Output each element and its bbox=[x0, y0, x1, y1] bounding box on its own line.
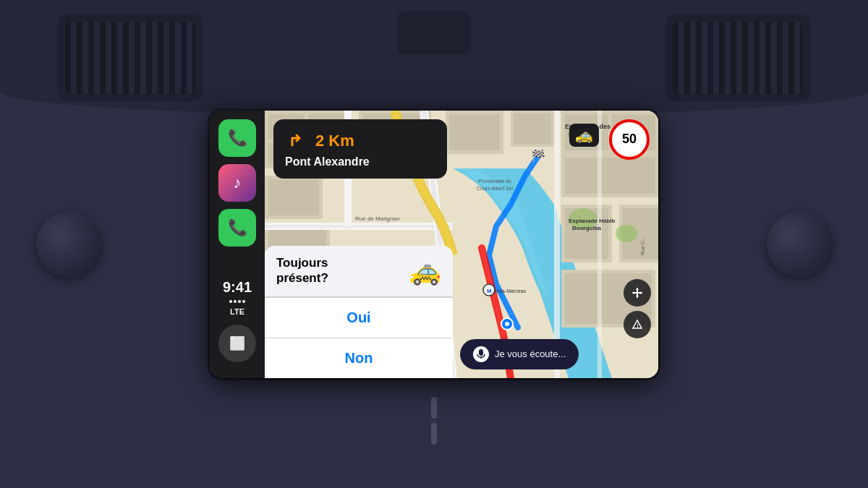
svg-text:Bourguiba: Bourguiba bbox=[572, 225, 602, 231]
knob-left bbox=[36, 212, 101, 277]
svg-rect-32 bbox=[597, 111, 602, 378]
svg-rect-7 bbox=[268, 179, 319, 215]
dialog-taxi-icon: 🚕 bbox=[409, 256, 441, 286]
svg-rect-31 bbox=[554, 111, 560, 378]
sidebar-app-music[interactable]: ♪ bbox=[218, 164, 256, 202]
knob-right bbox=[767, 212, 832, 277]
listen-label: Je vous écoute... bbox=[495, 348, 566, 359]
clock-time: 9:41 bbox=[223, 278, 252, 296]
scroll-indicator bbox=[431, 397, 437, 445]
vent-left bbox=[58, 14, 203, 101]
direction-row: 2 Km bbox=[285, 129, 435, 153]
svg-text:Promenade du: Promenade du bbox=[478, 179, 511, 184]
dialog-title: Toujoursprésent? bbox=[276, 256, 328, 286]
mic-icon bbox=[473, 346, 489, 362]
svg-text:Esplanade Habib: Esplanade Habib bbox=[569, 218, 616, 224]
svg-rect-21 bbox=[265, 225, 453, 228]
taxi-map-popup: 🚕 bbox=[569, 124, 599, 147]
svg-text:Alma-Marceau: Alma-Marceau bbox=[493, 288, 527, 294]
map-alert-button[interactable]: ! bbox=[624, 311, 651, 338]
btn-yes[interactable]: Oui bbox=[265, 297, 453, 338]
sidebar-app-phone[interactable]: 📞 bbox=[218, 209, 256, 247]
dialog-header: Toujoursprésent? 🚕 bbox=[265, 246, 453, 297]
speed-limit-value: 50 bbox=[622, 132, 637, 147]
sidebar-app-facetime[interactable]: 📞 bbox=[218, 119, 256, 157]
vent-right bbox=[665, 14, 810, 101]
svg-text:!: ! bbox=[637, 323, 639, 328]
navigation-card: 2 Km Pont Alexandre bbox=[273, 119, 447, 179]
map-area[interactable]: Rue de Marignan Promenade du Promenade d… bbox=[265, 111, 658, 378]
presence-dialog: Toujoursprésent? 🚕 Oui Non bbox=[265, 246, 453, 378]
home-button[interactable]: ⬜ bbox=[218, 325, 256, 362]
btn-no[interactable]: Non bbox=[265, 338, 453, 378]
svg-rect-15 bbox=[514, 114, 551, 144]
svg-point-30 bbox=[616, 225, 637, 242]
scroll-dot-2 bbox=[431, 423, 437, 445]
nav-distance: 2 Km bbox=[315, 132, 354, 150]
turn-right-icon bbox=[285, 129, 308, 153]
sidebar: 📞 ♪ 📞 9:41 LTE bbox=[210, 111, 265, 378]
scroll-dot-1 bbox=[431, 397, 437, 419]
speed-limit-sign: 50 bbox=[609, 119, 650, 160]
car-interior: 📞 ♪ 📞 9:41 LTE bbox=[0, 0, 868, 488]
svg-text:Cours Albert 1er: Cours Albert 1er bbox=[477, 186, 514, 191]
signal-indicator bbox=[229, 300, 245, 303]
svg-text:M: M bbox=[487, 288, 492, 294]
center-vent bbox=[398, 11, 470, 54]
svg-rect-19 bbox=[565, 158, 655, 194]
carplay-screen: 📞 ♪ 📞 9:41 LTE bbox=[210, 111, 658, 378]
nav-street: Pont Alexandre bbox=[285, 155, 435, 168]
svg-point-45 bbox=[505, 322, 509, 326]
carrier-label: LTE bbox=[230, 307, 244, 316]
svg-rect-48 bbox=[479, 349, 483, 356]
svg-text:Rue de Marignan: Rue de Marignan bbox=[355, 215, 399, 222]
svg-text:🏁: 🏁 bbox=[531, 149, 545, 163]
svg-rect-13 bbox=[449, 114, 500, 150]
map-pan-button[interactable] bbox=[624, 279, 651, 307]
listen-button[interactable]: Je vous écoute... bbox=[460, 339, 579, 369]
map-controls: ! bbox=[624, 279, 651, 338]
bottom-bar: Je vous écoute... bbox=[460, 339, 622, 369]
svg-text:Rue C...: Rue C... bbox=[640, 236, 645, 255]
